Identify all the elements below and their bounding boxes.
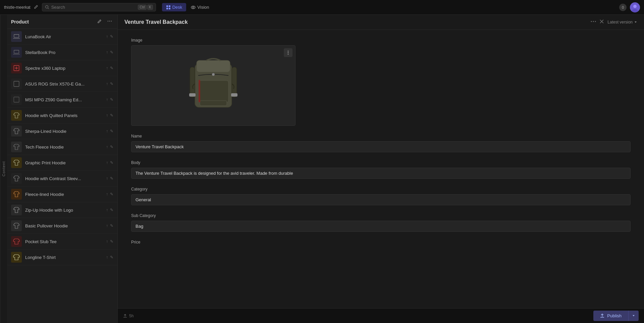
product-item-actions: ↑ ✎ xyxy=(106,192,113,197)
product-panel: Product xyxy=(7,15,118,323)
product-edit-icon[interactable]: ✎ xyxy=(110,113,113,118)
topbar: thistle-meerkat Ctrl K Desk xyxy=(0,0,644,15)
product-edit-icon[interactable]: ✎ xyxy=(110,82,113,86)
notification-badge[interactable]: 0 xyxy=(619,4,627,11)
svg-rect-4 xyxy=(169,8,170,9)
product-item-actions: ↑ ✎ xyxy=(106,255,113,260)
search-icon xyxy=(45,5,49,9)
list-item[interactable]: Sherpa-Lined Hoodie ↑ ✎ xyxy=(7,123,117,139)
list-item[interactable]: Longline T-Shirt ↑ ✎ xyxy=(7,250,117,265)
tab-vision[interactable]: Vision xyxy=(187,3,213,11)
product-name: Pocket Slub Tee xyxy=(25,239,103,244)
svg-point-6 xyxy=(193,7,194,8)
list-item[interactable]: Graphic Print Hoodie ↑ ✎ xyxy=(7,155,117,171)
product-edit-icon[interactable]: ✎ xyxy=(110,66,113,70)
product-upload-icon[interactable]: ↑ xyxy=(106,208,108,212)
product-edit-icon[interactable]: ✎ xyxy=(110,176,113,181)
product-edit-icon[interactable]: ✎ xyxy=(110,129,113,133)
list-item[interactable]: Pocket Slub Tee ↑ ✎ xyxy=(7,234,117,250)
list-item[interactable]: Zip-Up Hoodie with Logo ↑ ✎ xyxy=(7,202,117,218)
product-thumbnail xyxy=(11,110,22,121)
product-upload-icon[interactable]: ↑ xyxy=(106,239,108,244)
product-name: LunaBook Air xyxy=(25,34,103,39)
product-upload-icon[interactable]: ↑ xyxy=(106,176,108,181)
product-edit-icon[interactable]: ✎ xyxy=(110,34,113,39)
svg-point-19 xyxy=(593,21,594,22)
product-edit-icon[interactable]: ✎ xyxy=(110,223,113,228)
product-edit-icon[interactable]: ✎ xyxy=(110,192,113,197)
price-field-label: Price xyxy=(131,240,631,245)
product-upload-icon[interactable]: ↑ xyxy=(106,160,108,165)
product-item-actions: ↑ ✎ xyxy=(106,50,113,55)
list-item[interactable]: MSI MPG Z590 Gaming Ed... ↑ ✎ xyxy=(7,92,117,108)
detail-more-btn[interactable] xyxy=(591,19,596,25)
product-edit-icon[interactable]: ✎ xyxy=(110,97,113,102)
product-edit-icon[interactable]: ✎ xyxy=(110,160,113,165)
detail-title: Venture Travel Backpack xyxy=(124,19,587,25)
list-item[interactable]: Basic Pullover Hoodie ↑ ✎ xyxy=(7,218,117,234)
svg-point-21 xyxy=(288,51,289,52)
product-name: StellarBook Pro xyxy=(25,50,103,55)
product-upload-icon[interactable]: ↑ xyxy=(106,97,108,102)
list-item[interactable]: StellarBook Pro ↑ ✎ xyxy=(7,45,117,60)
product-upload-icon[interactable]: ↑ xyxy=(106,223,108,228)
body-input[interactable] xyxy=(131,168,631,179)
product-edit-icon[interactable]: ✎ xyxy=(110,50,113,55)
category-input[interactable] xyxy=(131,194,631,205)
product-panel-header: Product xyxy=(7,15,117,29)
search-bar[interactable]: Ctrl K xyxy=(42,3,156,11)
product-item-actions: ↑ ✎ xyxy=(106,223,113,228)
product-edit-icon[interactable]: ✎ xyxy=(110,239,113,244)
list-item[interactable]: Hoodie with Contrast Sleev... ↑ ✎ xyxy=(7,171,117,186)
product-upload-icon[interactable]: ↑ xyxy=(106,113,108,118)
product-upload-icon[interactable]: ↑ xyxy=(106,192,108,197)
sub-category-field-label: Sub Category xyxy=(131,213,631,218)
product-name: ASUS ROG Strix X570-E Ga... xyxy=(25,82,103,87)
product-item-actions: ↑ ✎ xyxy=(106,160,113,165)
category-field-group: Category xyxy=(131,187,631,205)
product-item-actions: ↑ ✎ xyxy=(106,97,113,102)
publish-dropdown-btn[interactable] xyxy=(628,311,639,321)
detail-close-btn[interactable] xyxy=(599,19,604,25)
sub-category-input[interactable] xyxy=(131,221,631,232)
product-panel-add-btn[interactable] xyxy=(96,18,103,25)
brand-edit-icon[interactable] xyxy=(34,4,39,10)
image-menu-btn[interactable] xyxy=(284,48,292,57)
product-upload-icon[interactable]: ↑ xyxy=(106,255,108,260)
product-upload-icon[interactable]: ↑ xyxy=(106,129,108,133)
product-edit-icon[interactable]: ✎ xyxy=(110,145,113,149)
product-name: Longline T-Shirt xyxy=(25,255,103,260)
product-edit-icon[interactable]: ✎ xyxy=(110,208,113,212)
product-upload-icon[interactable]: ↑ xyxy=(106,50,108,55)
category-field-label: Category xyxy=(131,187,631,192)
product-name: Tech Fleece Hoodie xyxy=(25,145,103,150)
publish-button[interactable]: Publish xyxy=(593,311,628,321)
svg-rect-27 xyxy=(198,80,228,102)
list-item[interactable]: Tech Fleece Hoodie ↑ ✎ xyxy=(7,139,117,155)
product-upload-icon[interactable]: ↑ xyxy=(106,145,108,149)
desk-icon xyxy=(166,5,171,10)
product-upload-icon[interactable]: ↑ xyxy=(106,82,108,86)
svg-rect-2 xyxy=(169,5,170,7)
bottom-actions: Publish xyxy=(593,311,639,321)
main-layout: Content Product xyxy=(0,15,644,323)
svg-rect-26 xyxy=(197,60,230,72)
svg-rect-34 xyxy=(199,80,200,102)
upload-icon xyxy=(123,314,127,318)
version-selector[interactable]: Latest version xyxy=(607,20,637,24)
list-item[interactable]: Hoodie with Quilted Panels ↑ ✎ xyxy=(7,108,117,123)
product-edit-icon[interactable]: ✎ xyxy=(110,255,113,260)
product-panel-more-btn[interactable] xyxy=(106,18,113,25)
tab-desk[interactable]: Desk xyxy=(162,3,186,11)
search-input[interactable] xyxy=(51,5,136,10)
avatar[interactable] xyxy=(630,2,640,12)
list-item[interactable]: Spectre x360 Laptop ↑ ✎ xyxy=(7,60,117,76)
list-item[interactable]: Fleece-lined Hoodie ↑ ✎ xyxy=(7,186,117,202)
name-input[interactable] xyxy=(131,141,631,152)
list-item[interactable]: LunaBook Air ↑ ✎ xyxy=(7,29,117,45)
chevron-down-icon xyxy=(634,20,637,24)
sub-category-field-group: Sub Category xyxy=(131,213,631,232)
product-upload-icon[interactable]: ↑ xyxy=(106,34,108,39)
product-upload-icon[interactable]: ↑ xyxy=(106,66,108,70)
list-item[interactable]: ASUS ROG Strix X570-E Ga... ↑ ✎ xyxy=(7,76,117,92)
